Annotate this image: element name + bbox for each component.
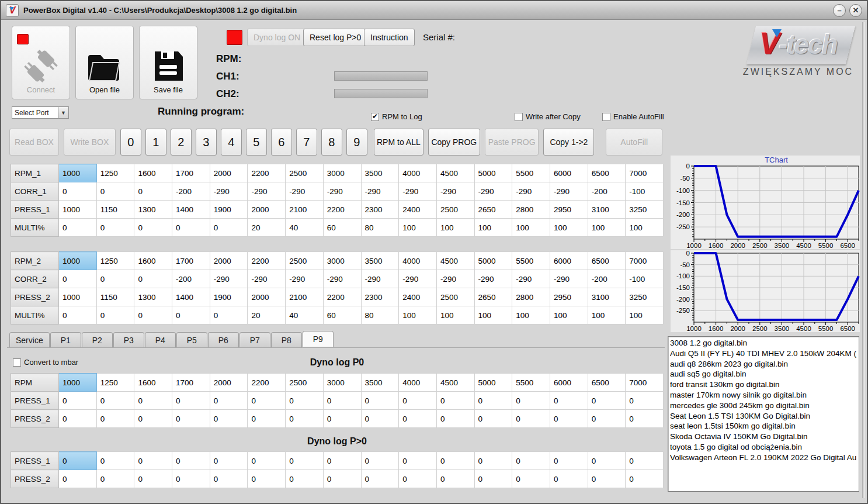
table-cell[interactable]: 0 [134,470,172,488]
tab-service[interactable]: Service [9,332,50,347]
list-item[interactable]: audi q8 286km 2023 go digital.bin [670,359,859,370]
table-cell[interactable]: -290 [323,270,361,288]
table-cell[interactable]: 0 [96,306,134,325]
table-cell[interactable]: 0 [59,219,97,237]
table-cell[interactable]: 1250 [96,374,134,392]
table-cell[interactable]: 2650 [474,288,512,306]
table-cell[interactable]: 0 [172,470,210,488]
checkbox-box[interactable] [602,113,610,121]
table-cell[interactable]: 0 [399,410,437,428]
tab-p5[interactable]: P5 [176,332,207,347]
table-cell[interactable]: 0 [436,392,474,410]
table-cell[interactable]: 5500 [512,374,550,392]
table-cell[interactable]: 1600 [134,164,172,182]
table-cell[interactable]: 0 [248,452,286,470]
table-cell[interactable]: 2500 [436,288,474,306]
table-cell[interactable]: 0 [361,392,399,410]
table-cell[interactable]: 100 [512,306,550,325]
table-cell[interactable]: -290 [550,182,588,201]
table-cell[interactable]: 0 [323,392,361,410]
table-cell[interactable]: 1000 [59,288,97,306]
table-cell[interactable]: 6000 [550,164,588,182]
table-cell[interactable]: 0 [474,410,512,428]
table-cell[interactable]: -290 [512,270,550,288]
table-cell[interactable]: 1250 [96,164,134,182]
digit-0-button[interactable]: 0 [120,129,141,156]
list-item[interactable]: mercedes gle 300d 245km go digital.bin [670,401,859,411]
checkbox-box[interactable] [515,113,523,121]
table-cell[interactable]: 0 [210,306,248,325]
table-cell[interactable]: 0 [134,219,172,237]
table-cell[interactable]: 1000 [59,164,97,182]
table-cell[interactable]: 80 [361,219,399,237]
write-after-copy-checkbox[interactable]: Write after Copy [515,112,581,121]
table-cell[interactable]: 2200 [248,374,286,392]
table-cell[interactable]: 2300 [361,288,399,306]
table-cell[interactable]: 0 [399,452,437,470]
table-cell[interactable]: 0 [172,219,210,237]
tab-p8[interactable]: P8 [271,332,302,347]
table-cell[interactable]: 0 [512,452,550,470]
table-cell[interactable]: 0 [134,410,172,428]
digit-4-button[interactable]: 4 [221,129,242,156]
close-button[interactable]: ✕ [849,4,862,17]
table-cell[interactable]: 0 [210,219,248,237]
table-cell[interactable]: 0 [96,410,134,428]
table-cell[interactable]: 2100 [286,201,324,219]
tab-p4[interactable]: P4 [145,332,176,347]
table-cell[interactable]: 0 [626,392,664,410]
table-cell[interactable]: 20 [248,219,286,237]
digit-9-button[interactable]: 9 [346,129,367,156]
list-item[interactable]: 3008 1.2 go digital.bin [670,338,859,348]
table-cell[interactable]: 0 [626,470,664,488]
table-cell[interactable]: 3500 [361,374,399,392]
table-cell[interactable]: 7000 [626,252,664,270]
digit-8-button[interactable]: 8 [321,129,342,156]
table-cell[interactable]: 4000 [399,252,437,270]
tab-p2[interactable]: P2 [82,332,113,347]
table-cell[interactable]: 0 [323,470,361,488]
table-cell[interactable]: 2650 [474,201,512,219]
table-cell[interactable]: 6500 [588,374,626,392]
table-cell[interactable]: -200 [172,182,210,201]
digit-7-button[interactable]: 7 [296,129,317,156]
table-cell[interactable]: 2950 [550,288,588,306]
table-cell[interactable]: 0 [588,470,626,488]
table-cell[interactable]: -290 [361,182,399,201]
dyno-log-on-button[interactable]: Dyno log ON [247,29,307,46]
table-cell[interactable]: 2400 [399,288,437,306]
table-cell[interactable]: 0 [626,410,664,428]
table-cell[interactable]: -200 [588,182,626,201]
instruction-button[interactable]: Instruction [364,29,415,46]
table-cell[interactable]: 1900 [210,201,248,219]
table-cell[interactable]: 2500 [286,252,324,270]
table-cell[interactable]: 0 [172,392,210,410]
table-cell[interactable]: 2500 [286,374,324,392]
table-cell[interactable]: 2000 [248,288,286,306]
table-cell[interactable]: 100 [626,306,664,325]
table-cell[interactable]: -100 [626,182,664,201]
table-cell[interactable]: 100 [588,219,626,237]
table-cell[interactable]: 3000 [323,252,361,270]
table-cell[interactable]: 0 [588,410,626,428]
table-cell[interactable]: -290 [248,182,286,201]
table-cell[interactable]: 0 [210,470,248,488]
table-cell[interactable]: 100 [474,219,512,237]
table-cell[interactable]: 5000 [474,374,512,392]
table-cell[interactable]: 40 [286,219,324,237]
table-cell[interactable]: 0 [134,392,172,410]
table-cell[interactable]: -290 [512,182,550,201]
table-cell[interactable]: 2500 [436,201,474,219]
table-cell[interactable]: 1000 [59,252,97,270]
table-cell[interactable]: 5000 [474,252,512,270]
table-cell[interactable]: 0 [96,182,134,201]
table-cell[interactable]: 0 [96,270,134,288]
table-cell[interactable]: 0 [248,392,286,410]
table-cell[interactable]: 100 [626,219,664,237]
list-item[interactable]: ford transit 130km go digital.bin [670,379,859,390]
table-cell[interactable]: 100 [474,306,512,325]
table-cell[interactable]: 0 [210,410,248,428]
table-cell[interactable]: -290 [399,270,437,288]
table-cell[interactable]: 0 [286,410,324,428]
table-cell[interactable]: 7000 [626,164,664,182]
